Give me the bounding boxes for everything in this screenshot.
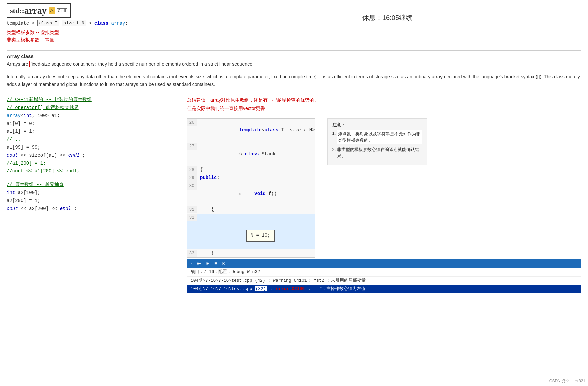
array-code-block: // C++11新增的 -- 封装过的原生数组 // operator[] 能严… xyxy=(7,96,180,175)
output-config-line: 项目：7-16，配置：Debug Win32 ——————— xyxy=(187,268,581,277)
editor-line-30: 30 ⊖ void f() xyxy=(187,182,315,206)
col-left-code: // C++11新增的 -- 封装过的原生数组 // operator[] 能严… xyxy=(7,96,180,293)
code-line-10: //cout << a1[200] << endl; xyxy=(7,167,180,175)
output-error-line2: 104期\7-16\7-16\test.cpp (32) ： error C21… xyxy=(187,285,581,293)
bottom-toolbar: · ⇤ ⊞ ≡ ⊠ xyxy=(187,259,581,268)
divider-top xyxy=(7,50,581,51)
editor-line-27: 27 ⊖ class Stack xyxy=(187,142,315,166)
note-type-param: 类型模板参数 -- 虚拟类型 xyxy=(7,30,180,36)
note-highlight-text: 浮点数、类对象以及字符串是不允许作为非类型模板参数的。 xyxy=(337,130,422,144)
col-right: 总结建议：array对比原生数组，还是有一些越界检查的优势的。 但是实际中我们统… xyxy=(187,96,581,293)
error2-location: (32) xyxy=(255,286,266,291)
error1-path: 104期\7-16\7-16\test.cpp xyxy=(191,278,252,283)
code-line-5: a1[1] = 1; xyxy=(7,128,180,136)
code-line-3: array<int, 100> a1; xyxy=(7,112,180,120)
sep-line-4: a2[200] = 1; xyxy=(7,197,180,205)
editor-line-28: 28 { xyxy=(187,166,315,174)
template-signature: template < class T size_t N > class arra… xyxy=(7,20,180,26)
note-nontype-param: 非类型模板参数 -- 常量 xyxy=(7,37,180,43)
editor-line-31: 31 { xyxy=(187,206,315,214)
warning-icon: ⚠ xyxy=(49,7,55,14)
desc1: Arrays are fixed-size sequence container… xyxy=(7,60,581,68)
code-line-c2: // operator[] 能严格检查越界 xyxy=(7,104,180,112)
note-item-1: 1. 浮点数、类对象以及字符串是不允许作为非类型模板参数的。 xyxy=(332,130,422,144)
note-item-2: 2. 非类型的模板参数必须在编译期就能确认结果。 xyxy=(332,146,422,159)
section-title: Array class xyxy=(7,53,581,59)
code-line-7: a1[99] = 99; xyxy=(7,144,180,152)
right-panel-break: 休息：16:05继续 xyxy=(194,3,581,22)
error2-path: 104期\7-16\7-16\test.cpp xyxy=(191,286,252,291)
note-callout-title: 注意： xyxy=(332,122,422,128)
error1-message: "st2"：未引用的局部变量 xyxy=(314,278,366,283)
punct-semi: ; xyxy=(125,21,128,26)
error2-code: ： xyxy=(269,286,273,291)
desc1-after: they hold a specific number of elements … xyxy=(97,61,254,67)
sep-line-3: int a2[100]; xyxy=(7,189,180,197)
note-item-2-text: 非类型的模板参数必须在编译期就能确认结果。 xyxy=(337,146,422,159)
desc2: Internally, an array does not keep any d… xyxy=(7,73,581,88)
punct-close: > xyxy=(86,21,94,26)
code-line-9: //a1[200] = 1; xyxy=(7,160,180,168)
toolbar-icon-4[interactable]: ≡ xyxy=(213,260,218,267)
array-text: array xyxy=(24,5,47,16)
summary-box: 总结建议：array对比原生数组，还是有一些越界检查的优势的。 但是实际中我们统… xyxy=(187,96,581,113)
param-classT: class T xyxy=(37,20,59,26)
class-keyword: class xyxy=(94,21,108,26)
editor-line-32: 32 N = 10; xyxy=(187,214,315,249)
code-line-8: cout << sizeof(a1) << endl ; xyxy=(7,152,180,160)
break-notice: 休息：16:05继续 xyxy=(194,3,581,22)
left-panel: std:: array ⚠ C++II template < class T s… xyxy=(7,3,180,44)
code-editor: 26 template<class T, size_t N> 27 ⊖ clas… xyxy=(187,118,315,258)
punct-comma xyxy=(59,21,62,26)
toolbar-icons: · ⇤ ⊞ ≡ ⊠ xyxy=(190,260,227,267)
desc1-highlight: fixed-size sequence containers: xyxy=(29,61,97,67)
toolbar-icon-3[interactable]: ⊞ xyxy=(204,260,211,267)
output-error-line1: 104期\7-16\7-16\test.cpp (42) : warning C… xyxy=(187,277,581,285)
punct-open: < xyxy=(29,21,37,26)
summary-line2: 但是实际中我们统一直接用vector更香 xyxy=(187,104,581,113)
main-container: std:: array ⚠ C++II template < class T s… xyxy=(0,0,588,297)
sep-line-5: cout << a2[200] << endl ; xyxy=(7,205,180,213)
n-assignment-box: N = 10; xyxy=(246,230,275,242)
sep-line-mid xyxy=(7,178,180,178)
error1-location: (42) xyxy=(255,278,265,283)
editor-line-29: 29 public: xyxy=(187,174,315,182)
cpp-badge: C++II xyxy=(57,8,67,13)
output-panel: 项目：7-16，配置：Debug Win32 ——————— 104期\7-16… xyxy=(187,268,581,293)
class-name-array: array xyxy=(111,21,125,26)
toolbar-icon-1[interactable]: · xyxy=(190,260,194,267)
toolbar-icon-5[interactable]: ⊠ xyxy=(220,260,227,267)
editor-line-33: 33 } xyxy=(187,249,315,257)
code-line-4: a1[0] = 0; xyxy=(7,120,180,128)
editor-and-note: 26 template<class T, size_t N> 27 ⊖ clas… xyxy=(187,118,581,258)
code-line-6: // ... xyxy=(7,136,180,144)
array-title-box: std:: array ⚠ C++II xyxy=(7,3,71,18)
param-sizeN: size_t N xyxy=(62,20,86,26)
error2-message: ： "="：左操作数必须为左值 xyxy=(307,286,365,291)
note-callout: 注意： 1. 浮点数、类对象以及字符串是不允许作为非类型模板参数的。 2. 非类… xyxy=(327,118,427,165)
editor-line-26: 26 template<class T, size_t N> xyxy=(187,119,315,142)
error1-type: : warning C4101： xyxy=(268,278,311,283)
sep-comment-line: // 原生数组 -- 越界抽查 xyxy=(7,181,180,189)
code-line-c1: // C++11新增的 -- 封装过的原生数组 xyxy=(7,96,180,104)
raw-array-code-block: // 原生数组 -- 越界抽查 int a2[100]; a2[200] = 1… xyxy=(7,181,180,213)
header-section: std:: array ⚠ C++II template < class T s… xyxy=(7,3,581,44)
array-class-section: Array class Arrays are fixed-size sequen… xyxy=(7,53,581,88)
std-text: std:: xyxy=(10,6,24,15)
summary-line1: 总结建议：array对比原生数组，还是有一些越界检查的优势的。 xyxy=(187,96,581,104)
error2-type: error C2106 xyxy=(276,286,305,291)
two-col-layout: // C++11新增的 -- 封装过的原生数组 // operator[] 能严… xyxy=(7,96,581,293)
toolbar-icon-2[interactable]: ⇤ xyxy=(196,260,202,267)
desc1-before: Arrays are xyxy=(7,61,29,67)
template-keyword: template xyxy=(7,21,29,26)
watermark: CSDN @☆ ... ☆821 xyxy=(549,379,585,383)
